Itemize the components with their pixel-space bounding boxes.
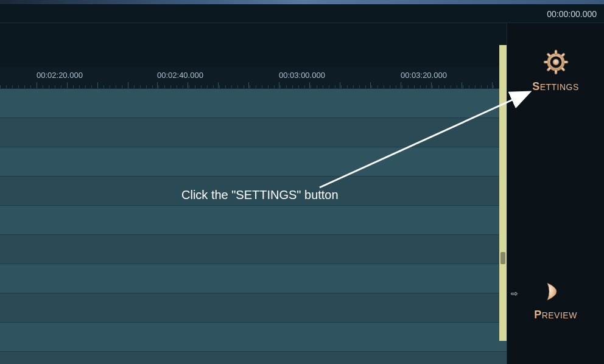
ruler-time-label: 00:03:00.000 xyxy=(279,71,325,80)
track-row[interactable] xyxy=(0,89,507,118)
timeline-ruler[interactable]: 00:02:20.00000:02:40.00000:03:00.00000:0… xyxy=(0,67,507,89)
arrow-right-icon: ⇨ xyxy=(511,289,518,298)
svg-rect-7 xyxy=(563,61,568,63)
timeline-spacer xyxy=(0,23,507,45)
current-time-display: 00:00:00.000 xyxy=(547,9,597,19)
svg-rect-8 xyxy=(560,52,565,57)
timeline-area[interactable]: 00:02:20.00000:02:40.00000:03:00.00000:0… xyxy=(0,23,507,364)
tracks-container xyxy=(0,89,507,364)
settings-label: SETTINGS xyxy=(532,80,579,93)
svg-point-3 xyxy=(553,59,559,65)
track-row[interactable] xyxy=(0,235,507,264)
vertical-scrollbar[interactable] xyxy=(499,45,507,341)
scrollbar-thumb[interactable] xyxy=(500,252,505,264)
track-row[interactable] xyxy=(0,293,507,323)
track-row[interactable] xyxy=(0,118,507,147)
side-panel: SETTINGS ⇨ PREVIEW xyxy=(507,23,604,364)
main-area: 00:02:20.00000:02:40.00000:03:00.00000:0… xyxy=(0,23,604,364)
track-row[interactable] xyxy=(0,206,507,235)
ruler-time-label: 00:02:20.000 xyxy=(37,71,83,80)
preview-label: PREVIEW xyxy=(534,309,577,321)
track-row[interactable] xyxy=(0,352,507,364)
track-row[interactable] xyxy=(0,323,507,352)
svg-rect-5 xyxy=(555,69,557,74)
top-gradient-bar xyxy=(0,0,604,5)
play-icon xyxy=(543,278,569,307)
svg-rect-10 xyxy=(546,52,551,57)
preview-button[interactable]: PREVIEW xyxy=(534,278,577,321)
track-row[interactable] xyxy=(0,264,507,293)
settings-button[interactable]: SETTINGS xyxy=(532,47,579,93)
ruler-time-label: 00:03:20.000 xyxy=(401,71,447,80)
ruler-time-label: 00:02:40.000 xyxy=(157,71,203,80)
annotation-text: Click the "SETTINGS" button xyxy=(181,188,339,202)
svg-rect-9 xyxy=(546,66,551,71)
track-row[interactable] xyxy=(0,147,507,177)
svg-rect-6 xyxy=(544,61,549,63)
gear-icon xyxy=(541,47,571,79)
time-display-row: 00:00:00.000 xyxy=(0,5,604,23)
svg-rect-11 xyxy=(560,66,565,71)
svg-rect-4 xyxy=(555,50,557,55)
